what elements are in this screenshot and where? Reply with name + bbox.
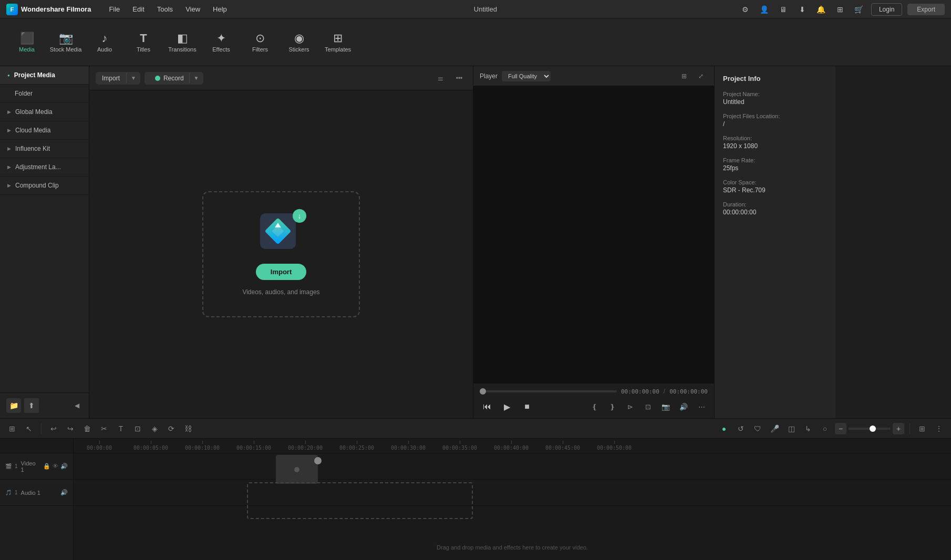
more-icon[interactable]: ⋯ (695, 400, 708, 413)
bracket-right-icon[interactable]: ❵ (606, 400, 618, 413)
timeline-cursor-icon[interactable]: ↖ (22, 422, 36, 435)
video-mute-icon[interactable]: 🔊 (60, 463, 68, 470)
login-button[interactable]: Login (871, 3, 902, 16)
timeline-clip-icon[interactable]: ◫ (784, 422, 798, 435)
timeline-shield-icon[interactable]: 🛡 (751, 422, 764, 435)
zoom-out-button[interactable]: − (835, 423, 846, 434)
import-big-button[interactable]: Import (256, 264, 306, 280)
timeline-app-icon[interactable]: ⊞ (5, 422, 19, 435)
toolbar-audio[interactable]: ♪ Audio (86, 23, 123, 62)
download-icon[interactable]: ⬇ (795, 3, 809, 16)
snapshot-icon[interactable]: 📷 (659, 400, 672, 413)
menu-view[interactable]: View (180, 3, 205, 15)
step-back-button[interactable]: ⏮ (480, 399, 494, 414)
timeline-motion-icon[interactable]: ◈ (148, 422, 161, 435)
sidebar-chevron-global: ▶ (7, 109, 11, 115)
timeline-more-icon[interactable]: ⋮ (932, 422, 946, 435)
player-timeline-area: 00:00:00:00 / 00:00:00:00 ⏮ ▶ ■ ❴ ❵ ⊳ ⊡ … (473, 383, 714, 418)
sidebar-collapse-button[interactable]: ◀ (71, 400, 82, 411)
timeline-link-icon[interactable]: ⛓ (181, 422, 195, 435)
toolbar-templates[interactable]: ⊞ Templates (319, 23, 356, 62)
import-dropdown[interactable]: Import ▼ (96, 72, 140, 85)
drop-zone-icon: ↓ (260, 213, 302, 255)
tl-divider-2 (909, 423, 910, 434)
frame-rate-row: Frame Rate: 25fps (723, 157, 827, 172)
timeline-grid-icon[interactable]: ⊞ (915, 422, 929, 435)
toolbar-stickers[interactable]: ◉ Stickers (281, 23, 317, 62)
import-files-button[interactable]: ⬆ (24, 398, 39, 413)
record-dropdown[interactable]: Record ▼ (144, 72, 203, 85)
grid-icon[interactable]: ⊞ (833, 3, 847, 16)
import-button-arrow[interactable]: ▼ (126, 72, 140, 84)
timeline-undo-icon[interactable]: ↩ (47, 422, 60, 435)
volume-icon[interactable]: 🔊 (677, 400, 690, 413)
notification-icon[interactable]: 🔔 (814, 3, 828, 16)
toolbar-titles[interactable]: T Titles (125, 23, 162, 62)
audio-track-lane[interactable] (74, 480, 951, 506)
timeline-minus-icon[interactable]: ○ (818, 422, 832, 435)
account-icon[interactable]: 👤 (758, 3, 771, 16)
settings-icon[interactable]: ⚙ (739, 3, 752, 16)
stop-button[interactable]: ■ (520, 399, 534, 414)
timeline-arrow-icon[interactable]: ↳ (801, 422, 815, 435)
stickers-icon: ◉ (294, 33, 304, 44)
timeline-tracks[interactable]: Drag and drop media and effects here to … (74, 453, 951, 560)
menu-file[interactable]: File (104, 3, 125, 15)
video-lock-icon[interactable]: 🔒 (43, 463, 50, 470)
cart-icon[interactable]: 🛒 (852, 3, 866, 16)
timeline-delete-icon[interactable]: 🗑 (80, 422, 94, 435)
media-content: ↓ Import Videos, audios, and images (89, 90, 473, 418)
new-folder-button[interactable]: 📁 (6, 398, 21, 413)
audio-mute-icon[interactable]: 🔊 (60, 489, 68, 496)
drop-zone[interactable]: ↓ Import Videos, audios, and images (202, 191, 360, 317)
filter-icon[interactable]: ⚌ (433, 71, 448, 86)
toolbar-transitions[interactable]: ◧ Transitions (164, 23, 201, 62)
timeline-cut-icon[interactable]: ✂ (97, 422, 111, 435)
progress-thumb[interactable] (480, 388, 486, 395)
sidebar-item-cloud-media[interactable]: ▶ Cloud Media (0, 121, 89, 140)
fullscreen-icon[interactable]: ⤢ (694, 69, 708, 83)
sidebar-item-adjustment-layer[interactable]: ▶ Adjustment La... (0, 158, 89, 177)
drop-target[interactable] (247, 482, 473, 519)
toolbar-stock-media[interactable]: 📷 Stock Media (47, 23, 84, 62)
sidebar-item-compound-clip[interactable]: ▶ Compound Clip (0, 177, 89, 195)
timeline-green-dot[interactable]: ● (717, 422, 731, 435)
quality-select[interactable]: Full Quality Half Quality (502, 71, 551, 81)
timeline-mic-icon[interactable]: 🎤 (768, 422, 781, 435)
sidebar-item-global-media[interactable]: ▶ Global Media (0, 103, 89, 121)
insert-icon[interactable]: ⊳ (624, 400, 636, 413)
timeline-speed-icon[interactable]: ⟳ (164, 422, 178, 435)
zoom-slider-thumb[interactable] (870, 426, 876, 432)
layout-icon[interactable]: ⊞ (677, 69, 691, 83)
bracket-left-icon[interactable]: ❴ (588, 400, 601, 413)
record-button-arrow[interactable]: ▼ (189, 72, 203, 84)
toolbar-effects[interactable]: ✦ Effects (203, 23, 240, 62)
timeline-crop-icon[interactable]: ⊡ (131, 422, 144, 435)
top-bar: F Wondershare Filmora File Edit Tools Vi… (0, 0, 951, 19)
zoom-in-button[interactable]: + (893, 423, 904, 434)
menu-edit[interactable]: Edit (127, 3, 149, 15)
progress-track[interactable] (480, 390, 617, 392)
sidebar-item-project-media[interactable]: ● Project Media (0, 66, 89, 85)
pip-icon[interactable]: ⊡ (642, 400, 654, 413)
ruler-mark-2: 00:00:10:00 (177, 441, 228, 451)
toolbar-media[interactable]: ⬛ Media (8, 23, 45, 62)
sidebar-item-influence-kit[interactable]: ▶ Influence Kit (0, 140, 89, 158)
timeline-text-icon[interactable]: T (114, 422, 128, 435)
menu-tools[interactable]: Tools (152, 3, 178, 15)
zoom-slider[interactable] (849, 428, 891, 430)
play-pause-button[interactable]: ▶ (500, 399, 514, 414)
sidebar-item-folder[interactable]: Folder (0, 85, 89, 103)
video-track-lane[interactable] (74, 453, 951, 480)
menu-help[interactable]: Help (208, 3, 232, 15)
import-button-main[interactable]: Import (96, 72, 126, 85)
more-options-icon[interactable]: ••• (452, 71, 467, 86)
toolbar-filters[interactable]: ⊙ Filters (242, 23, 278, 62)
export-button[interactable]: Export (907, 4, 945, 15)
record-button-main[interactable]: Record (144, 72, 189, 85)
video-hide-icon[interactable]: 👁 (53, 463, 58, 470)
monitor-icon[interactable]: 🖥 (777, 3, 790, 16)
timeline-redo-icon[interactable]: ↪ (64, 422, 77, 435)
timeline-loop-icon[interactable]: ↺ (734, 422, 748, 435)
drag-handle[interactable] (314, 457, 322, 464)
